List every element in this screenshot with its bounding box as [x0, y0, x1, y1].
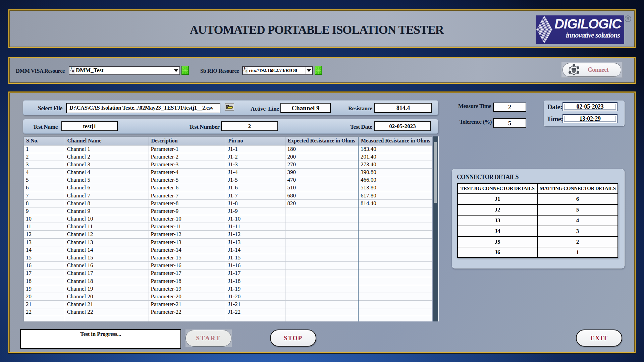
svg-text:DIGILOGIC: DIGILOGIC — [554, 16, 622, 31]
svg-text:innovative solutions: innovative solutions — [566, 31, 620, 39]
